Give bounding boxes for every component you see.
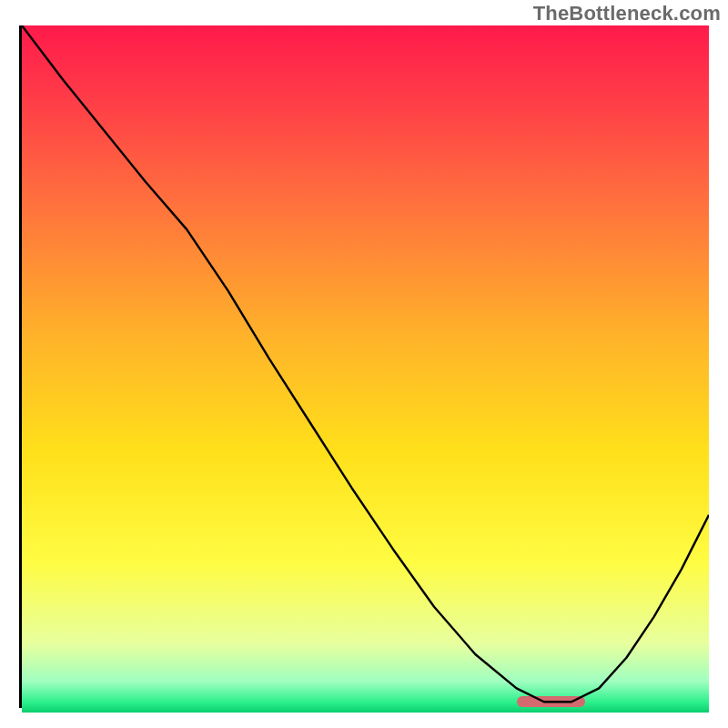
watermark-text: TheBottleneck.com [533,2,721,25]
plot-area [19,25,709,708]
bottleneck-curve [22,25,709,705]
chart-container: TheBottleneck.com [0,0,728,728]
